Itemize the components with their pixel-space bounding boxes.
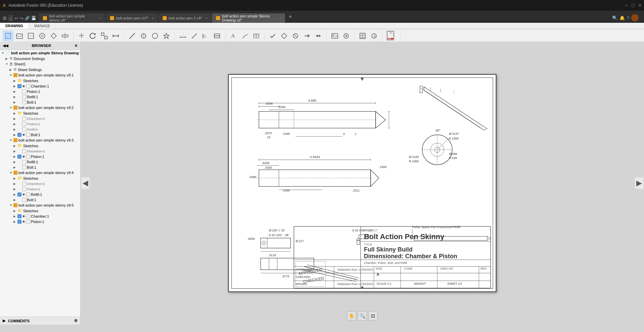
drawing-area[interactable]: ◀ ▼ ▲ 4.685 (80, 42, 644, 325)
toolbar-detail-btn[interactable] (37, 31, 48, 41)
eye-v9-3-piston[interactable]: 👁 (22, 155, 25, 159)
tree-v9-4-sketches[interactable]: ▶ 📁 Sketches (0, 175, 80, 181)
pan-tool-button[interactable]: ✋ (347, 311, 356, 321)
tab-add-button[interactable]: + (286, 13, 295, 20)
home-icon[interactable]: ⌂ (8, 15, 13, 21)
minimize-button[interactable]: − (625, 3, 628, 8)
toolbar-move-btn[interactable] (76, 31, 87, 41)
tab-4[interactable]: bolt action pen simple Skinny Drawing v2… (212, 13, 285, 23)
tree-root[interactable]: ▼ 📄 bolt action pen simple Skinny Drawin… (0, 50, 80, 56)
tree-v9-5[interactable]: ▼ bolt action pen simple skinny v9:5 (0, 203, 80, 208)
tree-v9-1-refill[interactable]: ▶ Refill:1 (0, 94, 80, 100)
undo-icon[interactable]: ↩ (15, 16, 18, 21)
tree-sheet1[interactable]: ▼ 🗒 Sheet1 (0, 61, 80, 67)
tree-v9-4[interactable]: ▼ bolt action pen simple skinny v9:4 (0, 170, 80, 175)
mode-tab-drawing[interactable]: DRAWING (0, 23, 29, 29)
tree-v9-3-piston[interactable]: ▶ ✓ 👁 Piston:1 (0, 154, 80, 159)
toolbar-insert-obj-btn[interactable] (341, 31, 352, 41)
tree-v9-3-sketches[interactable]: ▶ 📁 Sketches (0, 143, 80, 149)
eye-v9-1-chamber[interactable]: 👁 (22, 85, 25, 88)
tree-v9-2-bolt[interactable]: ▶ ✓ 👁 Bolt:1 (0, 132, 80, 137)
tree-v9-3[interactable]: ▼ bolt action pen simple skinny v9:3 (0, 137, 80, 143)
toolbar-sketch-btn[interactable] (3, 31, 13, 41)
toolbar-linear-dim-btn[interactable]: ←→ (177, 31, 188, 41)
tree-v9-1-bolt[interactable]: ▶ Bolt:1 (0, 100, 80, 105)
tab-3[interactable]: bolt action pen 2 v4* × (159, 13, 212, 23)
tab-1[interactable]: bolt action pen simple skinny v9* × (39, 13, 105, 23)
tree-v9-5-chamber[interactable]: ▶ ✓ 👁 Chamber:1 (0, 214, 80, 219)
tree-v9-5-piston[interactable]: ▶ ✓ 👁 Piston:1 (0, 219, 80, 224)
browser-close-icon[interactable]: × (75, 43, 77, 48)
eye-v9-4-refill[interactable]: 👁 (22, 193, 25, 197)
tree-v9-4-refill[interactable]: ▶ ✓ 👁 Refill:1 (0, 192, 80, 197)
toolbar-line-btn[interactable] (127, 31, 138, 41)
check-v9-3-piston[interactable]: ✓ (17, 155, 21, 159)
search-icon[interactable]: 🔍 (612, 15, 618, 20)
tab-2[interactable]: bolt action pen v17* × (106, 13, 158, 23)
toolbar-gdt-btn[interactable] (267, 31, 278, 41)
tree-v9-2-piston[interactable]: ▶ Piston:1 (0, 121, 80, 127)
toolbar-project-btn[interactable] (14, 31, 25, 41)
close-button[interactable]: × (639, 3, 641, 8)
nav-arrow-left[interactable]: ◀ (81, 177, 90, 189)
comments-bar[interactable]: ▶ COMMENTS ⚙ (0, 317, 80, 325)
toolbar-surface-btn[interactable] (279, 31, 289, 41)
toolbar-leader-btn[interactable] (239, 31, 250, 41)
tree-v9-4-piston[interactable]: ▶ Piston:1 (0, 186, 80, 192)
toolbar-table-text-btn[interactable] (251, 31, 262, 41)
profile-avatar[interactable] (631, 14, 639, 21)
fit-view-button[interactable]: ⊡ (368, 311, 378, 321)
toolbar-arrow-btn[interactable] (302, 31, 312, 41)
tree-v9-1[interactable]: ▼ bolt action pen simple skinny v9:1 (0, 72, 80, 78)
toolbar-text-btn[interactable]: A (228, 31, 239, 41)
help-icon[interactable]: ? (627, 15, 629, 20)
toolbar-export-pdf-btn[interactable]: PDF (386, 31, 396, 41)
toolbar-pattern-btn[interactable] (161, 31, 172, 41)
eye-v9-2-bolt[interactable]: 👁 (22, 133, 25, 137)
grid-icon[interactable]: ⊞ (3, 15, 7, 21)
comments-expand-icon[interactable]: ▶ (3, 319, 5, 323)
redo-icon[interactable]: ↪ (20, 16, 23, 21)
toolbar-image-btn[interactable] (329, 31, 340, 41)
link-icon[interactable]: 🔗 (25, 16, 30, 20)
toolbar-scale-btn[interactable] (99, 31, 110, 41)
tree-sheet-settings[interactable]: ▶ ⚙ Sheet Settings (0, 67, 80, 72)
tab1-close[interactable]: × (99, 16, 101, 20)
tab4-close[interactable]: × (279, 16, 281, 20)
browser-back-icon[interactable]: ◀◀ (3, 44, 8, 48)
toolbar-break-btn[interactable] (60, 31, 70, 41)
mode-tab-manage[interactable]: MANAGE (29, 23, 56, 29)
comments-settings-icon[interactable]: ⚙ (74, 319, 77, 323)
toolbar-stretch-btn[interactable] (110, 31, 121, 41)
eye-v9-5-piston[interactable]: 👁 (22, 220, 25, 224)
tree-v9-2-refill[interactable]: ▶ Refill:1 (0, 127, 80, 132)
tree-v9-2[interactable]: ▼ bolt action pen simple skinny v9:2 (0, 105, 80, 110)
check-v9-4-refill[interactable]: ✓ (17, 192, 21, 197)
tree-v9-3-bolt[interactable]: ▶ Bolt:1 (0, 165, 80, 170)
tree-v9-1-chamber[interactable]: ▶ ✓ 👁 Chamber:1 (0, 84, 80, 89)
toolbar-rotate-btn[interactable] (88, 31, 98, 41)
toolbar-angular-dim-btn[interactable] (189, 31, 200, 41)
tree-v9-2-chamber[interactable]: ▶ Chamber:1 (0, 116, 80, 121)
tree-doc-settings[interactable]: ▶ ⚙ Document Settings (0, 56, 80, 61)
toolbar-ordinate-dim-btn[interactable] (200, 31, 211, 41)
toolbar-table-btn[interactable] (357, 31, 368, 41)
save-icon[interactable]: 💾 (31, 16, 36, 20)
toolbar-bom-btn[interactable]: ① (369, 31, 379, 41)
check-v9-5-piston[interactable]: ✓ (17, 220, 21, 224)
tree-v9-4-bolt[interactable]: ▶ Bolt:1 (0, 197, 80, 203)
toolbar-tolerance-btn[interactable] (212, 31, 222, 41)
tab2-close[interactable]: × (152, 16, 154, 20)
tree-v9-1-piston[interactable]: ▶ Piston:1 (0, 89, 80, 94)
tree-v9-5-sketches[interactable]: ▶ 📁 Sketches (0, 208, 80, 214)
eye-v9-5-chamber[interactable]: 👁 (22, 215, 25, 218)
check-v9-5-chamber[interactable]: ✓ (17, 214, 21, 218)
check-v9-2-bolt[interactable]: ✓ (17, 133, 21, 137)
toolbar-auxiliary-btn[interactable] (48, 31, 59, 41)
maximize-button[interactable]: □ (632, 3, 634, 8)
toolbar-section-btn[interactable] (25, 31, 36, 41)
tree-v9-3-refill[interactable]: ▶ Refill:1 (0, 159, 80, 165)
tree-v9-2-sketches[interactable]: ▶ 📁 Sketches (0, 110, 80, 116)
tree-v9-1-sketches[interactable]: ▶ 📁 Sketches (0, 78, 80, 84)
zoom-button[interactable]: 🔍 (358, 311, 367, 321)
